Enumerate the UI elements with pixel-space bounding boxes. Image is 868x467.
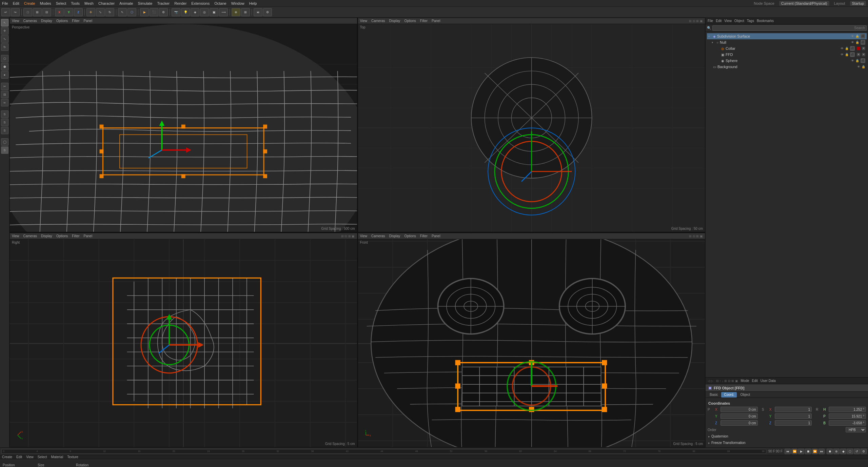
bottom-tab-texture[interactable]: Texture — [67, 455, 78, 459]
splines-btn[interactable]: ⟿ — [219, 8, 228, 16]
anim-settings-btn[interactable]: ⚙ — [263, 8, 272, 16]
vp-top-filter[interactable]: Filter — [420, 19, 428, 23]
menu-item-simulate[interactable]: Simulate — [138, 1, 153, 5]
menu-item-select[interactable]: Select — [56, 1, 66, 5]
timeline-gear-btn[interactable]: ⚙ — [861, 449, 867, 454]
timeline-track[interactable]: 048121620 242832364044 485256606468 7276… — [1, 449, 766, 454]
tree-vis-subdiv[interactable]: 👁 — [851, 35, 854, 38]
vp-right-options[interactable]: Options — [56, 234, 68, 238]
x-mode-button[interactable]: X — [55, 8, 64, 16]
viewport-front[interactable]: View Cameras Display Options Filter Pane… — [358, 233, 706, 447]
render-view[interactable]: ⬛ — [150, 8, 158, 16]
anim-btn[interactable]: ⏯ — [254, 8, 262, 16]
cameras-btn[interactable]: 📷 — [172, 8, 180, 16]
timeline-auto-btn[interactable]: ⊕ — [833, 449, 840, 454]
prev-frame-btn[interactable]: ⏪ — [791, 449, 797, 454]
viewport-perspective[interactable]: View Cameras Display Options Filter Pane… — [9, 18, 358, 232]
subtab-object[interactable]: Object — [737, 392, 753, 398]
sidebar-tool-poly[interactable]: ⬡ — [1, 55, 8, 62]
timeline-record-btn[interactable]: ⏺ — [827, 449, 833, 454]
menu-item-tracker[interactable]: Tracker — [157, 1, 170, 5]
sidebar-tool-scale[interactable]: ⤡ — [1, 35, 8, 43]
pos-x-input[interactable] — [721, 407, 758, 412]
vp-top-panel[interactable]: Panel — [432, 19, 440, 23]
vp-top-cameras[interactable]: Cameras — [371, 19, 385, 23]
menu-item-character[interactable]: Character — [98, 1, 115, 5]
props-tab-edit[interactable]: Edit — [752, 379, 758, 383]
vp-front-panel[interactable]: Panel — [432, 234, 440, 238]
tree-lock-sphere[interactable]: 🔒 — [855, 59, 859, 62]
move-tool[interactable]: ✛ — [86, 8, 95, 16]
viewport-right[interactable]: View Cameras Display Options Filter Pane… — [9, 233, 358, 447]
timeline-key-btn[interactable]: ◆ — [840, 449, 846, 454]
vp-persp-cameras[interactable]: Cameras — [23, 19, 37, 23]
props-tab-userdata[interactable]: User Data — [761, 379, 776, 383]
tree-lock-null[interactable]: 🔒 — [855, 41, 859, 44]
menu-item-file[interactable]: File — [2, 1, 8, 5]
last-frame-btn[interactable]: ⏭ — [818, 449, 825, 454]
obj-mgr-file[interactable]: File — [708, 19, 713, 23]
z-mode-button[interactable]: Z — [74, 8, 83, 16]
open-button[interactable]: ⊞ — [33, 8, 42, 16]
bottom-tab-material[interactable]: Material — [51, 455, 63, 459]
freeze-section[interactable]: ▸ Freeze Transformation — [706, 440, 868, 446]
tree-lock-collar[interactable]: 🔒 — [845, 47, 849, 50]
new-button[interactable]: □ — [23, 8, 32, 16]
sidebar-tool-edge[interactable]: ⬢ — [1, 63, 8, 70]
pos-z-input[interactable] — [721, 420, 758, 426]
sidebar-tool-rotate[interactable]: ↻ — [1, 43, 8, 51]
next-frame-btn[interactable]: ⏩ — [812, 449, 818, 454]
render-btn[interactable]: ▶ — [140, 8, 149, 16]
tree-render-ffd[interactable]: ⬛ — [850, 52, 855, 57]
tree-tag-ffd[interactable]: ✕ — [857, 53, 860, 56]
vp-persp-panel[interactable]: Panel — [84, 19, 93, 23]
viewport-perspective-canvas[interactable]: Perspective Default Camera — [10, 24, 357, 232]
sidebar-tool-magnet[interactable]: S — [1, 127, 8, 134]
scale-y-input[interactable] — [775, 413, 812, 419]
vp-persp-view[interactable]: View — [12, 19, 19, 23]
tree-tag2-collar[interactable]: ✕ — [862, 47, 865, 50]
bottom-tab-create[interactable]: Create — [2, 455, 12, 459]
sidebar-tool-smooth[interactable]: S — [1, 119, 8, 126]
sidebar-tool-paint[interactable]: ◯ — [1, 138, 8, 146]
menu-item-octane[interactable]: Octane — [214, 1, 226, 5]
vp-right-view[interactable]: View — [12, 234, 19, 238]
tree-arrow-null[interactable]: ▾ — [712, 41, 715, 44]
play-btn[interactable]: ▶ — [798, 449, 804, 454]
viewport-top-canvas[interactable]: Top — [358, 24, 705, 232]
y-mode-button[interactable]: Y — [64, 8, 73, 16]
save-button[interactable]: ⊟ — [42, 8, 51, 16]
order-select[interactable]: HPB — [846, 427, 866, 432]
scale-tool[interactable]: ⤡ — [96, 8, 105, 16]
search-input[interactable] — [712, 25, 867, 31]
bottom-tab-edit[interactable]: Edit — [16, 455, 22, 459]
pos-y-input[interactable] — [721, 413, 758, 419]
vp-right-cameras[interactable]: Cameras — [23, 234, 37, 238]
viewport-right-canvas[interactable]: Right — [10, 239, 357, 447]
obj-mgr-edit[interactable]: Edit — [716, 19, 722, 23]
vp-persp-display[interactable]: Display — [41, 19, 52, 23]
tree-item-collar[interactable]: ◎ Collar 👁 🔒 ⬛ ✕ — [707, 45, 867, 52]
sidebar-tool-select[interactable]: ↖ — [1, 19, 8, 26]
vp-top-view[interactable]: View — [360, 19, 368, 23]
menu-item-extensions[interactable]: Extensions — [191, 1, 210, 5]
tree-lock-bg[interactable]: 🔒 — [862, 65, 865, 68]
lights-btn[interactable]: 💡 — [181, 8, 190, 16]
tree-lock-subdiv[interactable]: 🔒 — [855, 35, 859, 38]
objects-btn[interactable]: ◈ — [191, 8, 199, 16]
sidebar-tool-move[interactable]: ✛ — [1, 27, 8, 35]
snap2-btn[interactable]: ⊞ — [241, 8, 250, 16]
obj-mgr-object[interactable]: Object — [734, 19, 744, 23]
viewport-top[interactable]: View Cameras Display Options Filter Pane… — [358, 18, 706, 232]
scale-x-input[interactable] — [775, 407, 812, 412]
bottom-tab-select[interactable]: Select — [38, 455, 47, 459]
redo-button[interactable]: ↪ — [11, 8, 20, 16]
tree-item-sphere[interactable]: ◉ Sphere 👁 🔒 ⬛ — [707, 58, 867, 64]
menu-item-modes[interactable]: Modes — [40, 1, 51, 5]
tree-tag-collar[interactable] — [857, 47, 860, 50]
menu-item-help[interactable]: Help — [249, 1, 257, 5]
tree-vis-collar[interactable]: 👁 — [841, 47, 844, 50]
bottom-tab-view[interactable]: View — [26, 455, 34, 459]
tree-tag2-ffd[interactable]: ✕ — [862, 53, 865, 56]
snap-btn[interactable]: ⊕ — [232, 8, 240, 16]
